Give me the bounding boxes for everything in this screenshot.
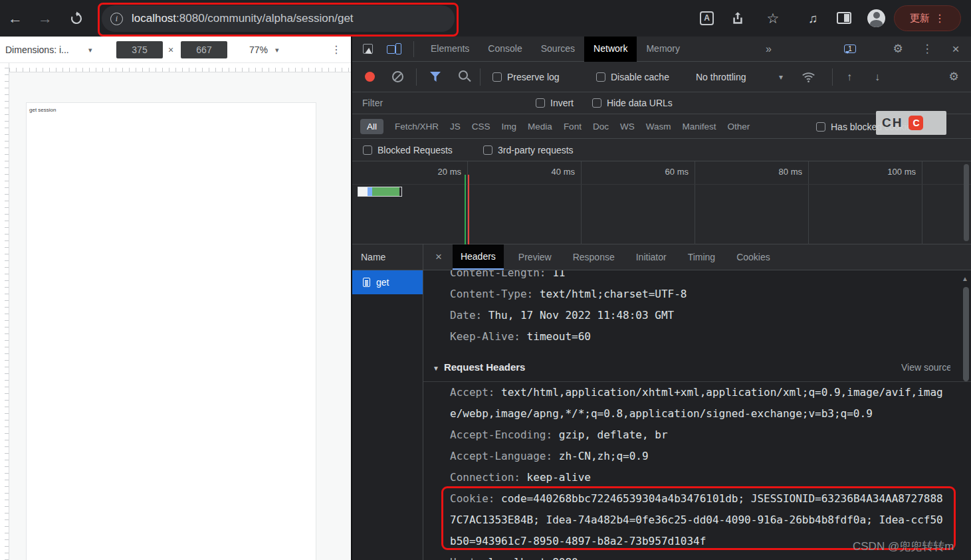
chip-manifest[interactable]: Manifest bbox=[682, 122, 716, 132]
record-icon[interactable] bbox=[365, 72, 375, 82]
chip-ws[interactable]: WS bbox=[620, 122, 635, 132]
import-har-icon[interactable]: ↑ bbox=[839, 62, 859, 92]
checkbox-icon[interactable] bbox=[483, 145, 492, 155]
third-party-label[interactable]: 3rd-party requests bbox=[498, 145, 574, 155]
tab-memory[interactable]: Memory bbox=[637, 37, 689, 62]
tab-preview[interactable]: Preview bbox=[517, 245, 553, 269]
bookmark-star-icon[interactable]: ☆ bbox=[762, 0, 784, 37]
tab-sources[interactable]: Sources bbox=[532, 37, 584, 62]
network-conditions-icon[interactable] bbox=[802, 72, 815, 85]
settings-gear-icon[interactable]: ⚙ bbox=[888, 37, 908, 62]
clear-icon[interactable] bbox=[392, 71, 403, 82]
close-detail-icon[interactable]: × bbox=[435, 250, 442, 264]
issues-bubble-icon[interactable]: 1 bbox=[844, 45, 856, 53]
back-icon[interactable]: ← bbox=[4, 0, 27, 37]
overlay-text: CH bbox=[882, 116, 903, 130]
device-toolbar-toggle-icon[interactable] bbox=[387, 43, 401, 55]
tab-network[interactable]: Network bbox=[584, 37, 637, 62]
chip-other[interactable]: Other bbox=[727, 122, 750, 132]
chip-js[interactable]: JS bbox=[450, 122, 461, 132]
disable-cache-label[interactable]: Disable cache bbox=[611, 72, 669, 82]
hide-data-urls-checkbox[interactable]: Hide data URLs bbox=[592, 92, 673, 114]
blocked-requests-checkbox[interactable]: Blocked Requests bbox=[363, 139, 453, 161]
tab-headers[interactable]: Headers bbox=[453, 244, 504, 270]
scrollbar-up-icon[interactable]: ▲ bbox=[962, 275, 968, 282]
chevron-down-icon[interactable]: ▾ bbox=[771, 62, 791, 92]
forward-icon[interactable]: → bbox=[34, 0, 56, 37]
media-controls-icon[interactable]: ♫ bbox=[802, 0, 824, 37]
disable-cache-checkbox[interactable]: Disable cache bbox=[596, 62, 669, 92]
share-icon[interactable] bbox=[731, 11, 744, 27]
divider bbox=[832, 68, 833, 86]
height-input[interactable]: 667 bbox=[181, 41, 227, 58]
scrollbar-thumb[interactable] bbox=[963, 287, 969, 381]
devtools-menu-dots-icon[interactable]: ⋮ bbox=[917, 37, 937, 62]
view-source-link[interactable]: View source bbox=[901, 359, 950, 376]
third-party-checkbox[interactable]: 3rd-party requests bbox=[483, 139, 574, 161]
update-button[interactable]: 更新 ⋮ bbox=[894, 5, 961, 31]
blocked-requests-label[interactable]: Blocked Requests bbox=[378, 145, 453, 155]
checkbox-icon[interactable] bbox=[816, 122, 825, 132]
invert-label[interactable]: Invert bbox=[550, 98, 574, 108]
chip-font[interactable]: Font bbox=[564, 122, 582, 132]
translate-icon[interactable]: A bbox=[700, 11, 714, 25]
network-overview-timeline[interactable]: 20 ms 40 ms 60 ms 80 ms 100 ms bbox=[352, 161, 971, 244]
inspect-element-icon[interactable] bbox=[363, 44, 373, 54]
filter-input[interactable]: Filter bbox=[362, 92, 383, 114]
chip-img[interactable]: Img bbox=[502, 122, 517, 132]
header-row: Accept-Language: zh-CN,zh;q=0.9 bbox=[450, 446, 944, 467]
tab-timing[interactable]: Timing bbox=[687, 245, 717, 269]
chip-doc[interactable]: Doc bbox=[593, 122, 609, 132]
checkbox-icon[interactable] bbox=[363, 145, 372, 155]
chevron-down-icon[interactable]: ▾ bbox=[275, 37, 279, 63]
export-har-icon[interactable]: ↓ bbox=[867, 62, 887, 92]
dimensions-dropdown[interactable]: Dimensions: i... bbox=[5, 37, 69, 63]
checkbox-icon[interactable] bbox=[596, 72, 605, 82]
search-icon[interactable] bbox=[459, 70, 468, 80]
filter-funnel-icon[interactable] bbox=[430, 72, 441, 82]
hide-data-urls-label[interactable]: Hide data URLs bbox=[607, 98, 673, 108]
header-row: Accept: text/html,application/xhtml+xml,… bbox=[450, 382, 944, 424]
tab-initiator[interactable]: Initiator bbox=[635, 245, 668, 269]
chip-media[interactable]: Media bbox=[528, 122, 552, 132]
side-panel-icon[interactable] bbox=[837, 12, 851, 24]
screen: ← → i localhost:8080/community/alpha/ses… bbox=[0, 0, 971, 560]
timeline-label: 40 ms bbox=[552, 167, 581, 177]
header-value: gzip, deflate, br bbox=[559, 428, 668, 441]
tab-cookies[interactable]: Cookies bbox=[735, 245, 772, 269]
info-icon[interactable]: i bbox=[110, 13, 123, 25]
url-bar[interactable]: i localhost:8080/community/alpha/session… bbox=[102, 5, 455, 32]
width-input[interactable]: 375 bbox=[116, 41, 163, 58]
menu-dots-icon[interactable]: ⋮ bbox=[934, 12, 945, 25]
checkbox-icon[interactable] bbox=[592, 98, 601, 108]
reload-icon[interactable] bbox=[65, 0, 88, 37]
tab-console[interactable]: Console bbox=[479, 37, 531, 62]
network-settings-gear-icon[interactable]: ⚙ bbox=[944, 62, 964, 92]
close-devtools-icon[interactable]: × bbox=[946, 37, 966, 62]
overview-scrollbar-thumb[interactable] bbox=[964, 164, 969, 241]
blocked-requests-row: Blocked Requests 3rd-party requests bbox=[352, 139, 971, 161]
device-menu-dots-icon[interactable]: ⋮ bbox=[328, 37, 344, 63]
dcl-event-line bbox=[465, 175, 466, 244]
throttling-dropdown[interactable]: No throttling bbox=[696, 62, 746, 92]
checkbox-icon[interactable] bbox=[536, 98, 545, 108]
checkbox-icon[interactable] bbox=[492, 72, 502, 82]
request-headers-section[interactable]: ▼Request Headers bbox=[433, 355, 944, 379]
chip-css[interactable]: CSS bbox=[472, 122, 490, 132]
chevron-down-icon[interactable]: ▾ bbox=[88, 37, 92, 63]
more-tabs-icon[interactable]: » bbox=[766, 37, 772, 62]
chip-wasm[interactable]: Wasm bbox=[646, 122, 671, 132]
request-row-selected[interactable]: get bbox=[352, 270, 423, 294]
preserve-log-checkbox[interactable]: Preserve log bbox=[492, 62, 560, 92]
tab-response[interactable]: Response bbox=[572, 245, 616, 269]
chip-all[interactable]: All bbox=[360, 119, 383, 134]
invert-checkbox[interactable]: Invert bbox=[536, 92, 574, 114]
profile-avatar[interactable] bbox=[867, 9, 885, 27]
zoom-dropdown[interactable]: 77% bbox=[249, 37, 268, 63]
chip-fetch-xhr[interactable]: Fetch/XHR bbox=[395, 122, 439, 132]
name-column-header[interactable]: Name bbox=[352, 244, 423, 270]
headers-content: Content-Length: 11 Content-Type: text/ht… bbox=[423, 270, 971, 560]
tab-elements[interactable]: Elements bbox=[421, 37, 479, 62]
preserve-log-label[interactable]: Preserve log bbox=[507, 72, 560, 82]
disclosure-triangle-icon[interactable]: ▼ bbox=[433, 365, 439, 372]
